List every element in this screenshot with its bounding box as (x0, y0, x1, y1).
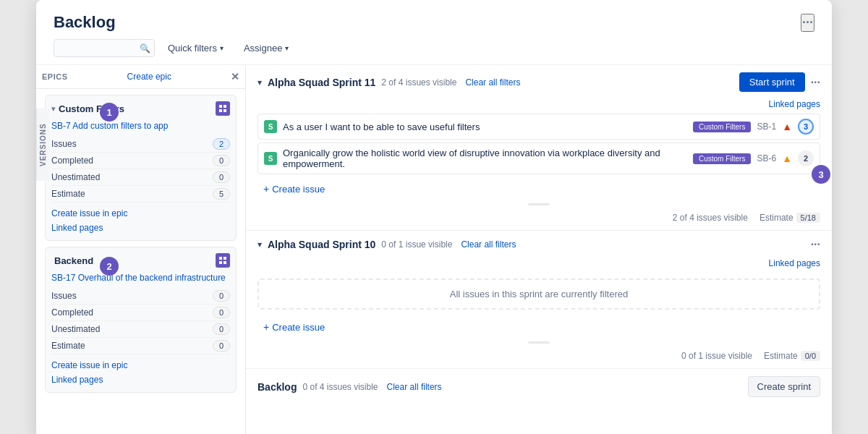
sprint-header-right-10: ··· (811, 238, 820, 251)
backlog-issues-count: 0 of 4 issues visible (302, 382, 378, 392)
assignee-filter-button[interactable]: Assignee ▾ (237, 39, 296, 57)
filtered-message: All issues in this sprint are currently … (258, 278, 820, 310)
create-issue-label: Create issue (272, 184, 325, 195)
priority-high-icon: ▲ (782, 121, 792, 132)
svg-rect-2 (219, 109, 222, 112)
table-row: Estimate 5 (51, 186, 230, 203)
svg-rect-0 (219, 105, 222, 108)
issue-row[interactable]: S Organically grow the holistic world vi… (258, 142, 820, 174)
sprint-10-more-button[interactable]: ··· (811, 238, 820, 251)
page-header: Backlog ··· (36, 0, 832, 32)
issue-key: SB-1 (757, 122, 776, 132)
grid-icon (218, 256, 227, 265)
svg-rect-1 (224, 105, 226, 108)
issue-label: Custom Filters (693, 153, 751, 164)
search-box[interactable]: 🔍 (54, 39, 155, 57)
toolbar: 🔍 Quick filters ▾ Assignee ▾ (36, 32, 832, 65)
sprint-header-left: ▾ Alpha Squad Sprint 11 2 of 4 issues vi… (258, 77, 520, 88)
sprint-11-issues-count: 2 of 4 issues visible (381, 77, 456, 88)
issue-summary: Organically grow the holistic world view… (283, 148, 687, 169)
sprint-footer-visible: 2 of 4 issues visible (673, 213, 748, 223)
clear-all-filters-button-backlog[interactable]: Clear all filters (387, 382, 442, 392)
linked-pages-link[interactable]: Linked pages (51, 221, 230, 234)
create-epic-button[interactable]: Create epic (127, 72, 171, 82)
issue-type-icon: S (264, 152, 277, 165)
create-sprint-button[interactable]: Create sprint (748, 376, 820, 397)
priority-medium-icon: ▲ (782, 153, 792, 164)
sprint-header-left-10: ▾ Alpha Squad Sprint 10 0 of 1 issue vis… (258, 239, 516, 250)
sprint-10-issues-count: 0 of 1 issue visible (381, 239, 452, 250)
epic-card-backend: Backend SB-17 Overhaul of the backend in… (45, 247, 237, 393)
sprint-10-header: ▾ Alpha Squad Sprint 10 0 of 1 issue vis… (246, 231, 832, 258)
epic-link[interactable]: SB-17 Overhaul of the backend infrastruc… (51, 273, 226, 283)
linked-pages-link-sprint10[interactable]: Linked pages (769, 258, 820, 268)
create-issue-sprint11[interactable]: + Create issue (246, 177, 832, 200)
sprint-chevron-icon[interactable]: ▾ (258, 239, 262, 250)
chevron-down-icon: ▾ (220, 44, 224, 52)
search-input[interactable] (60, 43, 140, 54)
callout-1: 1 (100, 103, 119, 122)
table-row: Estimate 0 (51, 338, 230, 354)
create-issue-in-epic-link-2[interactable]: Create issue in epic (51, 359, 230, 372)
search-icon: 🔍 (140, 43, 150, 54)
epic-actions: Create issue in epic Linked pages (51, 359, 230, 386)
epic-name: Backend (54, 255, 216, 266)
linked-pages-link-2[interactable]: Linked pages (51, 373, 230, 386)
epic-color-button[interactable] (216, 253, 230, 268)
epic-color-button[interactable] (216, 101, 230, 116)
sprint-11-name: Alpha Squad Sprint 11 (268, 77, 375, 88)
svg-rect-5 (224, 257, 226, 260)
plus-icon: + (263, 183, 269, 195)
svg-rect-4 (219, 257, 222, 260)
table-row: Issues 0 (51, 288, 230, 305)
issue-summary: As a user I want to be able to save usef… (283, 122, 687, 132)
epic-chevron-icon[interactable]: ▾ (51, 104, 56, 114)
clear-all-filters-button-10[interactable]: Clear all filters (461, 239, 516, 250)
table-row: Completed 0 (51, 305, 230, 321)
close-icon[interactable]: ✕ (231, 71, 239, 82)
epic-stats: Issues 0 Completed 0 Unestimated 0 (51, 288, 230, 354)
svg-rect-3 (224, 109, 226, 112)
chevron-down-icon: ▾ (285, 44, 289, 52)
linked-pages-row: Linked pages (246, 99, 832, 114)
issue-row[interactable]: S As a user I want to be able to save us… (258, 114, 820, 140)
issue-key: SB-6 (757, 153, 776, 163)
linked-pages-row-10: Linked pages (246, 258, 832, 273)
svg-rect-7 (224, 261, 226, 264)
sprint-more-button[interactable]: ··· (811, 76, 820, 89)
start-sprint-button[interactable]: Start sprint (739, 72, 805, 92)
sprint-10-name: Alpha Squad Sprint 10 (268, 239, 375, 250)
linked-pages-link-sprint11[interactable]: Linked pages (769, 99, 820, 109)
issue-list-sprint11: S As a user I want to be able to save us… (246, 114, 832, 174)
header-menu-button[interactable]: ··· (801, 14, 814, 32)
sprint-section-11: ▾ Alpha Squad Sprint 11 2 of 4 issues vi… (246, 65, 832, 231)
issue-type-icon: S (264, 120, 277, 133)
sidebar-epics-header: EPICS Create epic ✕ (36, 65, 245, 89)
sprint-section-10: ▾ Alpha Squad Sprint 10 0 of 1 issue vis… (246, 231, 832, 369)
epics-label: EPICS (42, 72, 68, 81)
sprint-footer-estimate-10: Estimate 0/0 (764, 351, 820, 361)
grid-icon (218, 104, 227, 113)
sprint-11-footer: 2 of 4 issues visible Estimate 5/18 (246, 208, 832, 230)
backlog-name: Backlog (258, 381, 297, 393)
create-issue-in-epic-link[interactable]: Create issue in epic (51, 207, 230, 220)
backlog-header: Backlog 0 of 4 issues visible Clear all … (246, 369, 832, 404)
sidebar: EPICS Create epic ✕ VERSIONS ▾ Custom Fi… (36, 65, 246, 434)
sprint-footer-estimate: Estimate 5/18 (760, 213, 820, 223)
callout-3: 3 (812, 165, 830, 184)
story-points: 3 (798, 119, 814, 135)
epic-card-custom-filters: ▾ Custom Filters SB-7 Add custom filters… (45, 95, 237, 241)
table-row: Issues 2 (51, 136, 230, 153)
quick-filters-button[interactable]: Quick filters ▾ (161, 39, 231, 57)
sprint-chevron-icon[interactable]: ▾ (258, 77, 262, 88)
page-title: Backlog (54, 13, 116, 32)
create-issue-sprint10[interactable]: + Create issue (246, 315, 832, 339)
epic-link[interactable]: SB-7 Add custom filters to app (51, 121, 168, 131)
epic-stats: Issues 2 Completed 0 Unestimated 0 (51, 136, 230, 203)
create-issue-label: Create issue (272, 322, 325, 333)
sprint-10-footer: 0 of 1 issue visible Estimate 0/0 (246, 346, 832, 368)
clear-all-filters-button-11[interactable]: Clear all filters (465, 77, 520, 88)
sprint-header-right: Start sprint ··· (739, 72, 820, 92)
callout-2: 2 (100, 257, 119, 276)
sprint-11-header: ▾ Alpha Squad Sprint 11 2 of 4 issues vi… (246, 65, 832, 99)
